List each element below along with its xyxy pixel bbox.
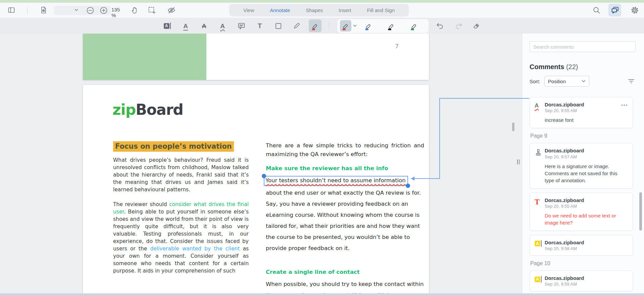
squiggly-underline-icon <box>220 23 225 29</box>
selection-handle-top-left[interactable] <box>262 174 266 178</box>
comments-title: Comments (22) <box>530 63 635 71</box>
main-toolbar: 135 % View <box>0 3 644 18</box>
comment-list: Dorcas.zipboard Sep 20, 9:55 AM ••• incr… <box>530 97 635 291</box>
right-heading-1: Make sure the reviewer has all the info <box>266 164 424 173</box>
pan-tool-button[interactable] <box>129 4 141 16</box>
undo-icon <box>435 21 444 30</box>
note-bubble-icon <box>237 22 246 30</box>
zoom-control: 135 % <box>54 6 111 15</box>
undo-button[interactable] <box>433 19 446 32</box>
pen-preset-red[interactable] <box>340 20 351 32</box>
marquee-select-icon <box>148 6 156 14</box>
document-viewer[interactable]: 7 zipBoard Focus on people’s motivation … <box>0 34 522 295</box>
sidebar-toggle-icon <box>7 6 15 14</box>
squiggly-tool[interactable] <box>216 19 229 32</box>
right-column: There are a few simple tricks to reducin… <box>266 141 424 295</box>
marquee-select-button[interactable] <box>145 4 158 16</box>
page-section-label: Page 10 <box>530 260 635 266</box>
comment-header: Dorcas.zipboard Sep 20, 9:57 AM <box>535 148 628 159</box>
freehand-highlighter-tool[interactable] <box>309 19 321 32</box>
tab-view[interactable]: View <box>243 7 254 13</box>
search-button[interactable] <box>590 4 603 16</box>
rectangle-icon <box>275 22 282 30</box>
left-heading: Focus on people’s motivation <box>113 141 234 152</box>
more-options-icon[interactable]: ••• <box>621 103 628 108</box>
comment-header: Dorcas.zipboard Sep 20, 9:55 AM <box>535 102 628 113</box>
marker-icon <box>311 21 319 30</box>
zoom-in-button[interactable] <box>99 5 109 15</box>
pen-preset-black[interactable] <box>386 20 397 32</box>
page-settings-button[interactable] <box>37 4 50 16</box>
toolbar-divider <box>27 7 28 14</box>
right-tail: When possible, you should try to keep th… <box>266 279 424 295</box>
highlight-text-tool[interactable] <box>161 19 174 32</box>
page7-green-block <box>83 34 206 80</box>
logo-zip: zip <box>112 101 136 118</box>
comments-count: (22) <box>566 63 578 70</box>
sort-dropdown[interactable]: Position <box>544 76 589 87</box>
comments-sidebar: Comments (22) Sort: Position Dorcas.zipb… <box>522 34 644 295</box>
selected-annotation[interactable]: Your testers shouldn’t need to assume in… <box>264 176 408 186</box>
right-heading-2: Create a single line of contact <box>266 268 424 277</box>
free-text-tool[interactable] <box>253 19 266 32</box>
comment-author: Dorcas.zipboard <box>545 148 584 153</box>
comment-card[interactable]: Dorcas.zipboard Sep 20, 9:58 AM <box>530 235 633 256</box>
pen-preset-green[interactable] <box>408 20 420 32</box>
toolbar-divider <box>118 7 118 14</box>
search-comments-input[interactable] <box>530 41 636 52</box>
sticky-note-tool[interactable] <box>235 19 248 32</box>
tab-annotate[interactable]: Annotate <box>270 7 290 13</box>
page-7: 7 <box>83 34 429 80</box>
tab-insert[interactable]: Insert <box>339 7 351 13</box>
app-window: 135 % View <box>0 0 644 295</box>
sidebar-scrollbar-thumb[interactable] <box>639 192 642 231</box>
settings-button[interactable] <box>628 4 641 16</box>
redo-button[interactable] <box>453 19 465 32</box>
selection-handle-bottom-right[interactable] <box>406 184 410 188</box>
comment-card[interactable]: Dorcas.zipboard Sep 20, 9:55 AM Do we ne… <box>530 193 633 231</box>
comment-card[interactable]: Dorcas.zipboard Sep 20, 9:57 AM Here is … <box>530 143 633 188</box>
comment-header: Dorcas.zipboard Sep 20, 9:58 AM <box>535 240 628 251</box>
sidebar-toggle-button[interactable] <box>5 4 18 16</box>
page-section-label: Page 9 <box>530 133 635 139</box>
tab-fill-and-sign[interactable]: Fill and Sign <box>367 7 395 13</box>
panel-resize-handle[interactable] <box>517 159 520 164</box>
viewer-scrollbar-thumb[interactable] <box>512 122 514 131</box>
comment-card[interactable]: Dorcas.zipboard Sep 20, 9:55 AM ••• incr… <box>530 97 633 128</box>
strikethrough-tool[interactable] <box>198 19 210 32</box>
gear-icon <box>631 6 639 14</box>
comment-header: Dorcas.zipboard Sep 20, 9:59 AM <box>535 275 628 287</box>
comment-body: Here is a signature or image. Comments a… <box>545 163 628 184</box>
pen-presets-group <box>337 19 429 33</box>
zipboard-logo: zipBoard <box>112 101 183 118</box>
sort-label: Sort: <box>530 79 540 84</box>
zoom-out-button[interactable] <box>85 5 95 15</box>
connector-line-horizontal-2 <box>439 98 529 99</box>
comment-timestamp: Sep 20, 9:59 AM <box>545 282 584 287</box>
eraser-button[interactable] <box>470 19 483 32</box>
text-box-tool[interactable] <box>272 19 285 32</box>
hide-annotations-button[interactable] <box>165 4 178 16</box>
pen-preset-blue[interactable] <box>363 20 374 32</box>
search-icon <box>592 6 601 14</box>
comments-title-text: Comments <box>530 63 564 70</box>
chevron-down-icon[interactable] <box>75 9 78 11</box>
zoom-level-value[interactable]: 135 % <box>111 7 120 18</box>
highlight-annotation-icon <box>535 240 545 247</box>
comment-card[interactable]: Dorcas.zipboard Sep 20, 9:59 AM <box>530 271 633 291</box>
comment-author: Dorcas.zipboard <box>545 240 584 245</box>
tab-shapes[interactable]: Shapes <box>306 7 323 13</box>
filter-icon[interactable] <box>628 79 635 84</box>
eraser-icon <box>472 22 481 30</box>
ink-pen-tool[interactable] <box>290 19 303 32</box>
left-paragraph-1: What drives people’s behaviour? Freud sa… <box>113 156 249 193</box>
chevron-down-icon[interactable] <box>353 24 357 27</box>
bottom-edge-strip <box>0 293 644 295</box>
comment-author: Dorcas.zipboard <box>545 102 584 107</box>
marker-icon <box>387 21 396 30</box>
sort-row: Sort: Position <box>530 76 635 87</box>
annotated-text: Your testers shouldn’t need to assume in… <box>265 177 406 184</box>
underline-tool[interactable] <box>179 19 192 32</box>
comments-panel-toggle[interactable] <box>608 4 621 16</box>
stamp-annotation-icon <box>535 148 545 156</box>
